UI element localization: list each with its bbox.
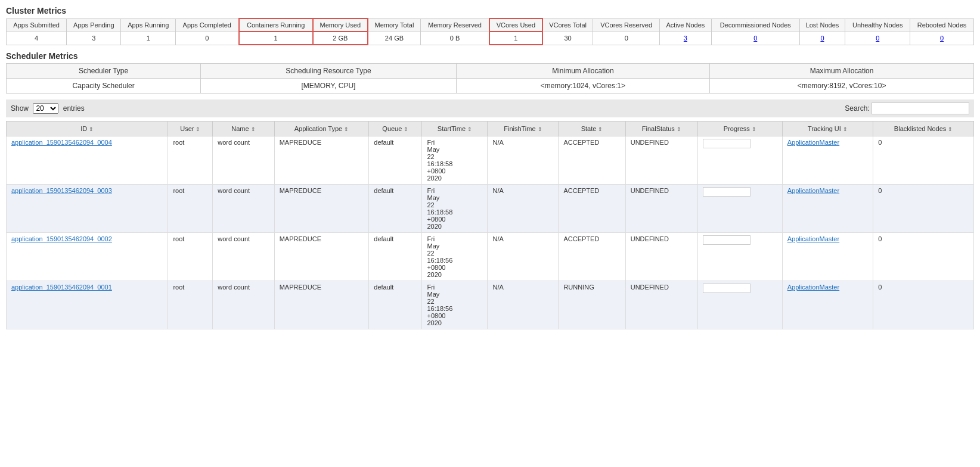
cell-2-10[interactable]: ApplicationMaster [782, 233, 873, 281]
scheduler-metrics-value-2: <memory:1024, vCores:1> [456, 79, 709, 94]
cell-2-7: ACCEPTED [559, 233, 625, 281]
cell-1-10[interactable]: ApplicationMaster [782, 185, 873, 233]
cell-3-4: default [369, 281, 422, 329]
entries-select[interactable]: 102050100 [33, 103, 58, 114]
cell-3-9 [698, 281, 783, 329]
table-row: application_1590135462094_0004rootword c… [7, 136, 974, 185]
cell-0-5: Fri May 22 16:18:58 +0800 2020 [422, 136, 488, 185]
cluster-metrics-value-10: 0 [593, 32, 660, 45]
cell-0-11: 0 [873, 136, 974, 185]
scheduler-metrics-header-2: Minimum Allocation [456, 64, 709, 79]
cluster-metrics-header-12: Decommissioned Nodes [711, 18, 799, 32]
search-label: Search: [845, 104, 869, 113]
cell-1-7: ACCEPTED [559, 185, 625, 233]
scheduler-metrics-section: Scheduler Metrics Scheduler TypeScheduli… [6, 51, 974, 94]
cell-3-10[interactable]: ApplicationMaster [782, 281, 873, 329]
cluster-metrics-header-3: Apps Completed [176, 18, 239, 32]
cell-1-2: word count [213, 185, 274, 233]
table-row: application_1590135462094_0001rootword c… [7, 281, 974, 329]
cluster-metrics-header-14: Unhealthy Nodes [845, 18, 910, 32]
cell-2-3: MAPREDUCE [274, 233, 369, 281]
cell-1-6: N/A [488, 185, 559, 233]
sort-icon-0: ⇕ [89, 126, 94, 132]
cell-1-9 [698, 185, 783, 233]
cluster-metrics-value-3: 0 [176, 32, 239, 45]
cluster-metrics-value-12: 0 [711, 32, 799, 45]
cluster-metrics-value-13: 0 [799, 32, 845, 45]
cell-0-9 [698, 136, 783, 185]
cell-1-3: MAPREDUCE [274, 185, 369, 233]
cell-2-6: N/A [488, 233, 559, 281]
apps-col-header-4[interactable]: Queue ⇕ [369, 122, 422, 136]
apps-col-header-2[interactable]: Name ⇕ [213, 122, 274, 136]
cluster-metrics-header-9: VCores Total [542, 18, 593, 32]
cluster-metrics-header-13: Lost Nodes [799, 18, 845, 32]
cluster-metrics-value-8: 1 [489, 32, 542, 45]
cluster-metrics-header-15: Rebooted Nodes [910, 18, 974, 32]
search-input[interactable] [872, 102, 969, 114]
apps-col-header-11[interactable]: Blacklisted Nodes ⇕ [873, 122, 974, 136]
scheduler-metrics-value-0: Capacity Scheduler [7, 79, 201, 94]
cell-2-0[interactable]: application_1590135462094_0002 [7, 233, 168, 281]
cluster-metrics-header-8: VCores Used [489, 18, 542, 32]
apps-col-header-7[interactable]: State ⇕ [559, 122, 625, 136]
cluster-metrics-header-6: Memory Total [368, 18, 421, 32]
apps-col-header-8[interactable]: FinalStatus ⇕ [625, 122, 697, 136]
cell-0-10[interactable]: ApplicationMaster [782, 136, 873, 185]
sort-icon-10: ⇕ [843, 126, 848, 132]
sort-icon-4: ⇕ [404, 126, 408, 132]
cell-2-8: UNDEFINED [625, 233, 697, 281]
scheduler-metrics-table: Scheduler TypeScheduling Resource TypeMi… [6, 63, 974, 94]
cell-0-0[interactable]: application_1590135462094_0004 [7, 136, 168, 185]
cell-0-7: ACCEPTED [559, 136, 625, 185]
apps-col-header-3[interactable]: Application Type ⇕ [274, 122, 369, 136]
sort-icon-8: ⇕ [677, 126, 681, 132]
cell-3-7: RUNNING [559, 281, 625, 329]
scheduler-metrics-value-3: <memory:8192, vCores:10> [710, 79, 974, 94]
cluster-metrics-header-5: Memory Used [313, 18, 368, 32]
progress-bar [703, 235, 750, 245]
apps-col-header-5[interactable]: StartTime ⇕ [422, 122, 488, 136]
cell-3-6: N/A [488, 281, 559, 329]
sort-icon-6: ⇕ [538, 126, 542, 132]
cell-1-8: UNDEFINED [625, 185, 697, 233]
progress-bar [703, 139, 750, 148]
cell-1-1: root [168, 185, 213, 233]
cell-1-4: default [369, 185, 422, 233]
apps-table-header: ID ⇕User ⇕Name ⇕Application Type ⇕Queue … [7, 122, 974, 136]
cell-3-1: root [168, 281, 213, 329]
sort-icon-9: ⇕ [752, 126, 756, 132]
progress-bar [703, 187, 750, 197]
scheduler-metrics-value-1: [MEMORY, CPU] [201, 79, 456, 94]
sort-icon-7: ⇕ [598, 126, 603, 132]
cluster-metrics-value-1: 3 [67, 32, 121, 45]
cell-0-4: default [369, 136, 422, 185]
apps-table-body: application_1590135462094_0004rootword c… [7, 136, 974, 329]
cluster-metrics-value-5: 2 GB [313, 32, 368, 45]
cluster-metrics-section: Cluster Metrics Apps SubmittedApps Pendi… [6, 6, 974, 45]
cell-3-0[interactable]: application_1590135462094_0001 [7, 281, 168, 329]
cluster-metrics-header-7: Memory Reserved [421, 18, 489, 32]
apps-col-header-9[interactable]: Progress ⇕ [698, 122, 783, 136]
cell-2-5: Fri May 22 16:18:56 +0800 2020 [422, 233, 488, 281]
cell-2-4: default [369, 233, 422, 281]
progress-bar [703, 284, 750, 293]
cell-1-0[interactable]: application_1590135462094_0003 [7, 185, 168, 233]
cluster-metrics-header-2: Apps Running [121, 18, 176, 32]
apps-col-header-6[interactable]: FinishTime ⇕ [488, 122, 559, 136]
cluster-metrics-table: Apps SubmittedApps PendingApps RunningAp… [6, 18, 974, 45]
table-controls: Show 102050100 entries Search: [6, 99, 974, 117]
cell-0-1: root [168, 136, 213, 185]
cluster-metrics-value-7: 0 B [421, 32, 489, 45]
apps-col-header-1[interactable]: User ⇕ [168, 122, 213, 136]
cluster-metrics-value-15: 0 [910, 32, 974, 45]
show-entries-control: Show 102050100 entries [11, 103, 85, 114]
cell-3-3: MAPREDUCE [274, 281, 369, 329]
sort-icon-3: ⇕ [344, 126, 349, 132]
entries-label: entries [63, 104, 85, 113]
table-row: application_1590135462094_0002rootword c… [7, 233, 974, 281]
apps-col-header-0[interactable]: ID ⇕ [7, 122, 168, 136]
cell-3-5: Fri May 22 16:18:56 +0800 2020 [422, 281, 488, 329]
cell-1-11: 0 [873, 185, 974, 233]
apps-col-header-10[interactable]: Tracking UI ⇕ [782, 122, 873, 136]
